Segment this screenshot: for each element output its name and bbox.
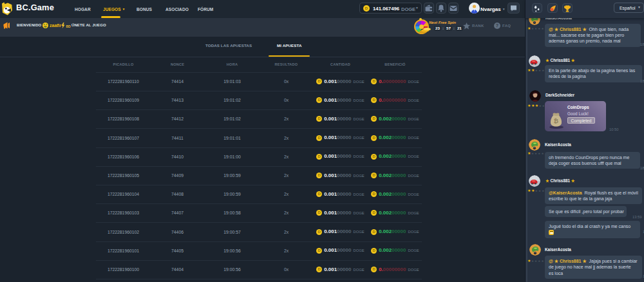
svg-text:₿: ₿ — [554, 118, 558, 124]
